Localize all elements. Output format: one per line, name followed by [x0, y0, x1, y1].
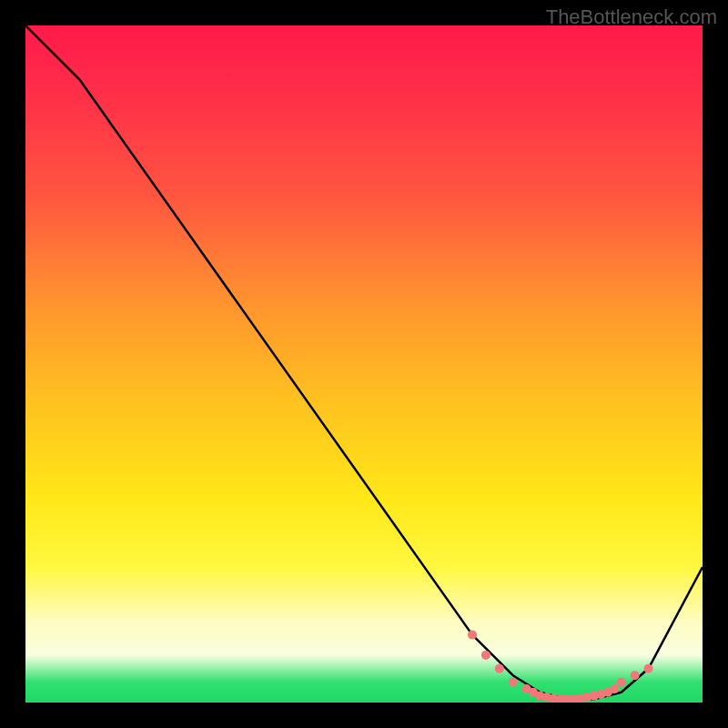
plot-area [25, 25, 703, 703]
svg-point-0 [468, 631, 477, 640]
curve-line [25, 25, 703, 699]
svg-point-19 [631, 671, 640, 680]
svg-point-1 [481, 651, 490, 660]
curve-markers [468, 631, 653, 703]
svg-point-20 [644, 664, 653, 673]
svg-point-17 [610, 684, 619, 693]
svg-point-3 [509, 678, 518, 687]
attribution-text: TheBottleneck.com [546, 5, 717, 29]
chart-svg [25, 25, 703, 703]
svg-point-18 [617, 678, 626, 687]
svg-point-2 [495, 664, 504, 673]
